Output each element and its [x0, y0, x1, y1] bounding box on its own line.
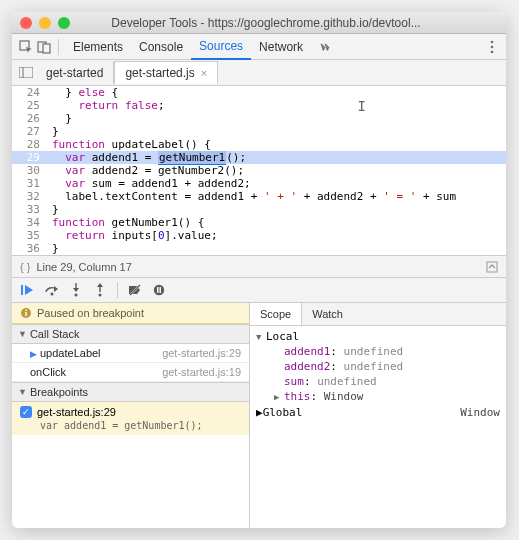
code-content[interactable]: return false;: [48, 99, 506, 112]
separator: [58, 39, 59, 55]
code-content[interactable]: var addend1 = getNumber1();: [48, 151, 506, 164]
code-line-32[interactable]: 32 label.textContent = addend1 + ' + ' +…: [12, 190, 506, 203]
tab-network[interactable]: Network: [251, 34, 311, 60]
debugger-pane: Paused on breakpoint ▼ Call Stack ▶updat…: [12, 277, 506, 528]
code-line-35[interactable]: 35 return inputs[0].value;: [12, 229, 506, 242]
tab-watch[interactable]: Watch: [302, 303, 353, 325]
debug-toolbar: [12, 278, 506, 303]
svg-point-17: [154, 285, 164, 295]
gutter[interactable]: 26: [12, 112, 48, 125]
deactivate-breakpoints-icon[interactable]: [125, 281, 145, 299]
gutter[interactable]: 35: [12, 229, 48, 242]
scope-global[interactable]: ▶ Global Window: [256, 404, 500, 421]
code-line-26[interactable]: 26 }: [12, 112, 506, 125]
separator: [117, 282, 118, 298]
code-line-33[interactable]: 33}: [12, 203, 506, 216]
file-tab-get-started-js[interactable]: get-started.js×: [114, 61, 218, 84]
svg-rect-2: [43, 44, 50, 53]
close-window-icon[interactable]: [20, 17, 32, 29]
svg-rect-8: [487, 262, 497, 272]
gutter[interactable]: 33: [12, 203, 48, 216]
code-line-30[interactable]: 30 var addend2 = getNumber2();: [12, 164, 506, 177]
devtools-tabs: ElementsConsoleSourcesNetwork: [12, 34, 506, 60]
code-editor[interactable]: I 24 } else {25 return false;26 }27}28fu…: [12, 86, 506, 255]
scope-local[interactable]: ▼ Local: [256, 329, 500, 344]
code-content[interactable]: function getNumber1() {: [48, 216, 506, 229]
close-icon[interactable]: ×: [201, 67, 207, 79]
triangle-right-icon: ▶: [274, 392, 284, 402]
file-tab-get-started[interactable]: get-started: [36, 61, 114, 84]
svg-rect-19: [160, 287, 162, 293]
code-line-24[interactable]: 24 } else {: [12, 86, 506, 99]
stack-frame[interactable]: onClickget-started.js:19: [12, 363, 249, 382]
code-line-29[interactable]: 29 var addend1 = getNumber1();: [12, 151, 506, 164]
stack-frame[interactable]: ▶updateLabelget-started.js:29: [12, 344, 249, 363]
code-content[interactable]: var addend2 = getNumber2();: [48, 164, 506, 177]
tab-scope[interactable]: Scope: [250, 303, 302, 325]
expand-icon[interactable]: [486, 261, 498, 273]
gutter[interactable]: 28: [12, 138, 48, 151]
gutter[interactable]: 32: [12, 190, 48, 203]
gutter[interactable]: 31: [12, 177, 48, 190]
code-content[interactable]: } else {: [48, 86, 506, 99]
svg-point-4: [491, 45, 494, 48]
code-content[interactable]: return inputs[0].value;: [48, 229, 506, 242]
code-line-31[interactable]: 31 var sum = addend1 + addend2;: [12, 177, 506, 190]
code-line-27[interactable]: 27}: [12, 125, 506, 138]
tab-console[interactable]: Console: [131, 34, 191, 60]
device-mode-icon[interactable]: [36, 39, 52, 55]
pretty-print-icon[interactable]: { }: [20, 261, 30, 273]
scope-var[interactable]: sum: undefined: [256, 374, 500, 389]
info-icon: [20, 307, 32, 319]
scope-var[interactable]: addend2: undefined: [256, 359, 500, 374]
step-out-icon[interactable]: [90, 281, 110, 299]
code-content[interactable]: function updateLabel() {: [48, 138, 506, 151]
scope-this[interactable]: ▶ this: Window: [256, 389, 500, 404]
triangle-down-icon: ▼: [18, 329, 27, 339]
pause-exceptions-icon[interactable]: [149, 281, 169, 299]
debug-right-panel: ScopeWatch ▼ Local addend1: undefinedadd…: [250, 303, 506, 528]
gutter[interactable]: 36: [12, 242, 48, 255]
svg-rect-22: [25, 312, 27, 316]
tab-elements[interactable]: Elements: [65, 34, 131, 60]
call-stack-header[interactable]: ▼ Call Stack: [12, 324, 249, 344]
breakpoints-header[interactable]: ▼ Breakpoints: [12, 382, 249, 402]
code-content[interactable]: label.textContent = addend1 + ' + ' + ad…: [48, 190, 506, 203]
gutter[interactable]: 24: [12, 86, 48, 99]
more-tabs-icon[interactable]: [317, 39, 333, 55]
code-line-25[interactable]: 25 return false;: [12, 99, 506, 112]
gutter[interactable]: 30: [12, 164, 48, 177]
resume-icon[interactable]: [18, 281, 38, 299]
window-title: Developer Tools - https://googlechrome.g…: [34, 16, 498, 30]
svg-point-14: [99, 294, 102, 297]
inspect-icon[interactable]: [18, 39, 34, 55]
code-line-36[interactable]: 36}: [12, 242, 506, 255]
scope-var[interactable]: addend1: undefined: [256, 344, 500, 359]
file-tabs: get-startedget-started.js×: [12, 60, 506, 86]
scope-watch-tabs: ScopeWatch: [250, 303, 506, 326]
breakpoint-item[interactable]: ✓get-started.js:29var addend1 = getNumbe…: [12, 402, 249, 435]
navigator-toggle-icon[interactable]: [16, 67, 36, 78]
svg-point-5: [491, 50, 494, 53]
scope-tree[interactable]: ▼ Local addend1: undefinedaddend2: undef…: [250, 326, 506, 528]
kebab-menu-icon[interactable]: [484, 39, 500, 55]
svg-point-10: [51, 293, 54, 296]
pause-message: Paused on breakpoint: [12, 303, 249, 324]
svg-point-12: [75, 294, 78, 297]
step-over-icon[interactable]: [42, 281, 62, 299]
code-content[interactable]: }: [48, 112, 506, 125]
code-content[interactable]: }: [48, 203, 506, 216]
code-line-34[interactable]: 34function getNumber1() {: [12, 216, 506, 229]
code-content[interactable]: var sum = addend1 + addend2;: [48, 177, 506, 190]
code-content[interactable]: }: [48, 242, 506, 255]
gutter[interactable]: 29: [12, 151, 48, 164]
step-into-icon[interactable]: [66, 281, 86, 299]
gutter[interactable]: 34: [12, 216, 48, 229]
triangle-down-icon: ▼: [256, 332, 266, 342]
checkbox-icon[interactable]: ✓: [20, 406, 32, 418]
gutter[interactable]: 25: [12, 99, 48, 112]
code-content[interactable]: }: [48, 125, 506, 138]
tab-sources[interactable]: Sources: [191, 34, 251, 60]
code-line-28[interactable]: 28function updateLabel() {: [12, 138, 506, 151]
gutter[interactable]: 27: [12, 125, 48, 138]
